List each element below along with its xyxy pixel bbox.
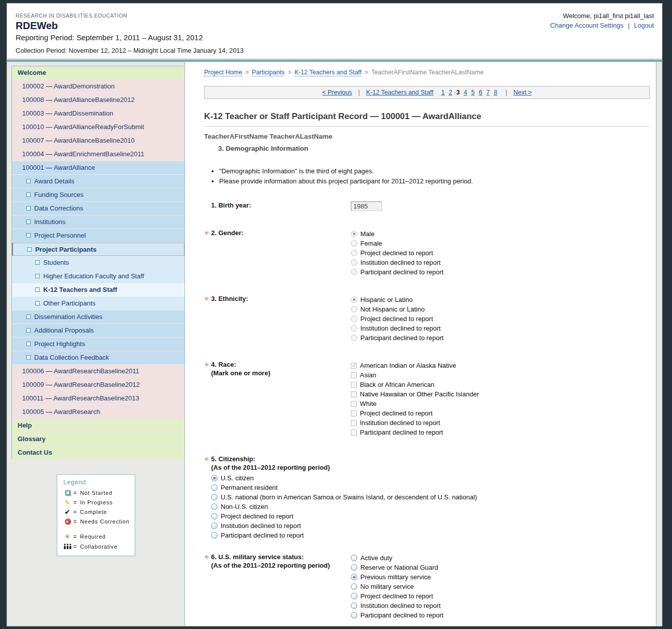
sidebar-item-label: Award Details (34, 177, 74, 185)
sidebar-item-project-personnel[interactable]: Project Personnel (12, 229, 184, 242)
breadcrumb-separator: > (287, 69, 291, 76)
sidebar-item-other-participants[interactable]: Other Participants (12, 297, 184, 310)
page-link-7[interactable]: 7 (486, 89, 490, 96)
radio-no-military-service[interactable]: No military service (351, 582, 443, 591)
legend-item-label: Collaborative (80, 544, 118, 550)
sidebar-item-100002-awarddemonstration[interactable]: 100002 — AwardDemonstration (12, 80, 184, 93)
question-label: 5. Citizenship: (211, 455, 255, 463)
page-link-4[interactable]: 4 (464, 89, 467, 96)
sidebar-item-label: Other Participants (43, 299, 95, 307)
change-account-settings-link[interactable]: Change Account Settings (550, 22, 624, 29)
required-icon: ✳ (204, 554, 211, 561)
sidebar-item-data-corrections[interactable]: Data Corrections (12, 202, 184, 215)
sidebar-item-additional-proposals[interactable]: Additional Proposals (12, 324, 184, 337)
equals-sign: = (73, 490, 77, 496)
required-icon: ✳ (204, 230, 211, 237)
page-link-2[interactable]: 2 (449, 89, 452, 96)
radio-u-s-national-born-in-american-samoa-or-swains-island-or-descendent-of-u-s-national[interactable]: U.S. national (born in American Samoa or… (211, 492, 650, 502)
sidebar-item-project-participants[interactable]: Project Participants (12, 243, 184, 256)
sidebar-item-100007-awardalliancebaseline2010[interactable]: 100007 — AwardAllianceBaseline2010 (12, 134, 184, 147)
radio-permanent-resident[interactable]: Permanent resident (211, 483, 650, 492)
logout-link[interactable]: Logout (634, 22, 654, 29)
radio-u-s-citizen[interactable]: U.S. citizen (211, 473, 650, 483)
radio-icon (351, 296, 357, 303)
not-started-checkbox-icon (35, 287, 40, 292)
sidebar-item-k-12-teachers-and-staff[interactable]: K-12 Teachers and Staff (12, 283, 184, 296)
sidebar-item-project-highlights[interactable]: Project Highlights (12, 338, 184, 351)
option-label: Hispanic or Latino (360, 296, 413, 303)
app-header: RESEARCH IN DISABILITIES EDUCATION RDEWe… (7, 4, 662, 60)
next-page-link[interactable]: Next > (514, 89, 532, 96)
radio-project-declined-to-report[interactable]: Project declined to report (351, 591, 443, 601)
page-link-6[interactable]: 6 (478, 89, 482, 96)
radio-project-declined-to-report[interactable]: Project declined to report (211, 511, 650, 521)
link-separator: | (628, 22, 629, 29)
sidebar-item-institutions[interactable]: Institutions (12, 216, 184, 229)
sidebar-item-help[interactable]: Help (12, 419, 184, 432)
question-sublabel: (As of the 2011–2012 reporting period) (204, 562, 351, 569)
radio-institution-declined-to-report: Institution declined to report (351, 258, 443, 267)
previous-page-link[interactable]: < Previous (322, 89, 352, 96)
option-label: Institution declined to report (360, 325, 441, 332)
sidebar-item-glossary[interactable]: Glossary (12, 433, 184, 446)
sidebar-item-100006-awardresearchbaseline2011[interactable]: 100006 — AwardResearchBaseline2011 (12, 365, 184, 378)
user-area: Welcome, pi1all_first pi1all_last Change… (550, 12, 654, 29)
sidebar-item-higher-education-faculty-and-staff[interactable]: Higher Education Faculty and Staff (12, 270, 184, 283)
page-link-1[interactable]: 1 (441, 89, 445, 96)
sidebar-item-100005-awardresearch[interactable]: 100005 — AwardResearch (12, 405, 184, 418)
sidebar-item-students[interactable]: Students (12, 256, 184, 269)
breadcrumb-participants[interactable]: Participants (252, 69, 284, 76)
equals-sign: = (73, 534, 77, 540)
not-started-checkbox-icon (35, 274, 40, 278)
radio-icon (351, 612, 357, 618)
legend-item-complete: ✔=Complete (63, 509, 132, 515)
radio-participant-declined-to-report[interactable]: Participant declined to report (351, 610, 443, 620)
sidebar-item-label: Additional Proposals (34, 327, 94, 334)
sidebar-item-100004-awardenrichmentbaseline2011[interactable]: 100004 — AwardEnrichmentBaseline2011 (12, 148, 184, 161)
sidebar-item-funding-sources[interactable]: Funding Sources (12, 188, 184, 201)
legend-item-collaborative: =Collaborative (63, 543, 132, 550)
sidebar-item-label: 100009 — AwardResearchBaseline2012 (22, 381, 140, 388)
radio-icon (351, 259, 357, 266)
option-label: Not Hispanic or Latino (360, 305, 425, 313)
radio-non-u-s-citizen[interactable]: Non-U.S. citizen (211, 502, 650, 511)
radio-institution-declined-to-report[interactable]: Institution declined to report (211, 521, 650, 531)
sidebar-item-dissemination-activities[interactable]: Dissemination Activities (12, 310, 184, 324)
radio-institution-declined-to-report: Institution declined to report (351, 324, 443, 333)
page-link-8[interactable]: 8 (494, 89, 497, 96)
sidebar-item-award-details[interactable]: Award Details (12, 175, 184, 188)
sidebar-item-100009-awardresearchbaseline2012[interactable]: 100009 — AwardResearchBaseline2012 (12, 378, 184, 391)
option-label: American Indian or Alaska Native (360, 362, 456, 369)
radio-active-duty[interactable]: Active duty (351, 553, 443, 563)
sidebar-item-label: Students (43, 259, 69, 266)
breadcrumb-k-12-teachers-and-staff[interactable]: K-12 Teachers and Staff (295, 69, 362, 76)
sidebar-item-label: 100002 — AwardDemonstration (22, 82, 115, 90)
option-label: Participant declined to report (360, 429, 443, 436)
sidebar-item-100003-awarddissemination[interactable]: 100003 — AwardDissemination (12, 107, 184, 120)
breadcrumb: Project Home>Participants>K-12 Teachers … (204, 69, 650, 76)
not-started-checkbox-icon (35, 301, 40, 305)
option-label: U.S. citizen (221, 474, 254, 482)
question-label: 2. Gender: (211, 229, 243, 237)
checkbox-icon (351, 382, 357, 388)
sidebar-item-welcome[interactable]: Welcome (12, 66, 184, 79)
sidebar-item-100001-awardalliance[interactable]: 100001 — AwardAlliance (12, 161, 184, 174)
radio-previous-military-service[interactable]: Previous military service (351, 572, 443, 582)
complete-icon: ✔ (63, 509, 72, 514)
sidebar-item-100011-awardresearchbaseline2013[interactable]: 100011 — AwardResearchBaseline2013 (12, 392, 184, 405)
sidebar-item-data-collection-feedback[interactable]: Data Collection Feedback (12, 351, 184, 364)
checkbox-icon (351, 391, 357, 397)
sidebar-item-contact-us[interactable]: Contact Us (12, 446, 184, 459)
option-label: Institution declined to report (221, 522, 301, 530)
radio-reserve-or-national-guard[interactable]: Reserve or National Guard (351, 563, 443, 572)
breadcrumb-project-home[interactable]: Project Home (204, 69, 242, 76)
radio-icon (351, 583, 357, 590)
page-link-5[interactable]: 5 (471, 89, 475, 96)
radio-participant-declined-to-report[interactable]: Participant declined to report (211, 531, 650, 540)
sidebar-item-label: Project Participants (35, 246, 97, 253)
sidebar-item-100010-awardalliancereadyforsubmit[interactable]: 100010 — AwardAllianceReadyForSubmit (12, 121, 184, 134)
sidebar-item-100008-awardalliancebaseline2012[interactable]: 100008 — AwardAllianceBaseline2012 (12, 93, 184, 107)
radio-icon (351, 306, 357, 312)
section-link[interactable]: K-12 Teachers and Staff (366, 89, 434, 96)
radio-institution-declined-to-report[interactable]: Institution declined to report (351, 601, 443, 610)
